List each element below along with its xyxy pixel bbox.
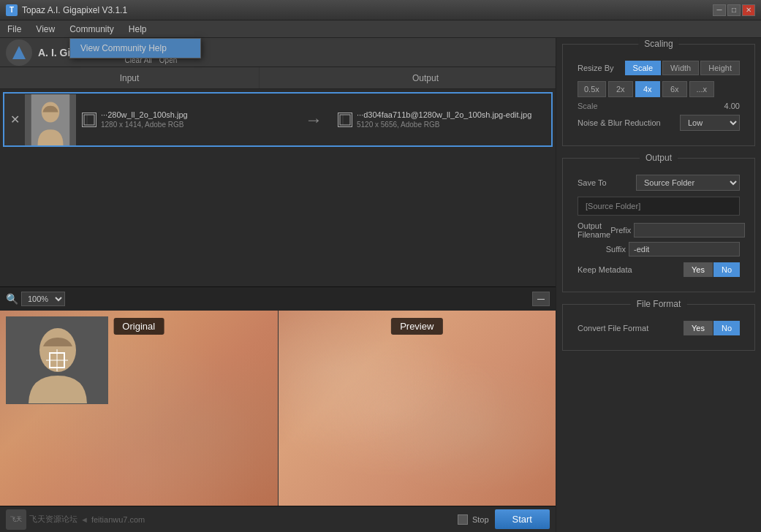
convert-format-label: Convert File Format — [578, 324, 684, 332]
minimize-button[interactable]: ─ — [713, 4, 726, 16]
preview-original-panel: Original — [0, 311, 279, 506]
stop-label: Stop — [472, 515, 489, 524]
app-logo — [6, 39, 32, 66]
maximize-button[interactable]: □ — [727, 4, 741, 16]
width-tab[interactable]: Width — [662, 61, 699, 75]
preview-processed-panel: Preview — [279, 311, 556, 506]
folder-display: [Source Folder] — [578, 197, 740, 216]
thumbnail-navigator[interactable] — [6, 316, 108, 404]
bottom-bar: 飞天 飞天资源论坛 ◄ feitianwu7.com Stop Start — [0, 506, 556, 532]
scale-6x-button[interactable]: 6x — [662, 81, 687, 97]
prefix-label: Prefix — [610, 226, 631, 235]
noise-label: Noise & Blur Reduction — [578, 118, 680, 127]
metadata-no-button[interactable]: No — [713, 262, 740, 277]
suffix-input[interactable] — [629, 242, 740, 256]
scale-tab[interactable]: Scale — [625, 61, 662, 75]
save-to-label: Save To — [578, 178, 636, 187]
noise-row: Noise & Blur Reduction Low Medium High V… — [578, 115, 740, 131]
prefix-row: Output Filename Prefix — [578, 221, 740, 239]
input-col-header: Input — [0, 67, 260, 88]
output-filename-label: Output Filename — [578, 221, 610, 239]
svg-rect-10 — [340, 115, 350, 125]
height-tab[interactable]: Height — [700, 61, 740, 75]
output-section: Output Save To Source Folder Custom Fold… — [562, 158, 755, 292]
left-panel: A. I. Gigapixel Clear All Open Input — [0, 38, 556, 532]
scale-0-5x-button[interactable]: 0.5x — [578, 81, 606, 97]
file-format-section: File Format Convert File Format Yes No — [562, 304, 755, 351]
file-name: ···280w_ll_2o_100sh.jpg — [101, 110, 289, 119]
save-to-select[interactable]: Source Folder Custom Folder — [636, 175, 740, 191]
watermark-url: feitianwu7.com — [91, 515, 145, 524]
window-title: Topaz A.I. Gigapixel V3.1.1 — [22, 5, 713, 15]
window-controls: ─ □ ✕ — [713, 4, 755, 16]
community-dropdown: View Community Help — [69, 38, 201, 58]
keep-metadata-row: Keep Metadata Yes No — [578, 262, 740, 277]
preview-toolbar: 🔍 100% 50% 200% Fit ─ — [0, 287, 556, 311]
format-no-button[interactable]: No — [713, 321, 740, 335]
format-toggle: Yes No — [684, 321, 740, 335]
zoom-select[interactable]: 100% 50% 200% Fit — [21, 292, 65, 306]
output-title: Output — [640, 153, 678, 163]
resize-by-row: Resize By Scale Width Height — [578, 61, 740, 75]
remove-file-button[interactable]: ✕ — [4, 94, 25, 145]
suffix-label: Suffix — [606, 245, 626, 254]
svg-rect-8 — [84, 115, 94, 125]
menu-view[interactable]: View — [29, 20, 62, 37]
watermark: 飞天 飞天资源论坛 ◄ feitianwu7.com — [6, 509, 145, 530]
file-details: ···280w_ll_2o_100sh.jpg 1280 x 1414, Ado… — [101, 110, 289, 129]
start-button[interactable]: Start — [495, 509, 550, 529]
arrow-icon: → — [295, 110, 332, 130]
scale-value-label: Scale — [578, 102, 636, 110]
scale-value: 4.00 — [724, 102, 740, 110]
output-ext-icon — [338, 113, 352, 127]
close-button[interactable]: ✕ — [742, 4, 755, 16]
scale-2x-button[interactable]: 2x — [608, 81, 633, 97]
scale-custom-button[interactable]: ...x — [689, 81, 714, 97]
app-body: A. I. Gigapixel Clear All Open Input — [0, 38, 761, 532]
resize-by-label: Resize By — [578, 64, 625, 72]
preview-area: 🔍 100% 50% 200% Fit ─ — [0, 286, 556, 506]
output-info: ···d304faa711b@1280w_ll_2o_100sh.jpg-edi… — [332, 107, 551, 132]
metadata-yes-button[interactable]: Yes — [684, 262, 713, 277]
zoom-control: 🔍 100% 50% 200% Fit — [6, 292, 65, 306]
file-thumbnail — [25, 94, 76, 145]
app-icon: T — [6, 4, 18, 16]
prefix-input[interactable] — [634, 223, 745, 238]
view-community-help-item[interactable]: View Community Help — [70, 39, 200, 58]
file-info: ···280w_ll_2o_100sh.jpg 1280 x 1414, Ado… — [76, 107, 295, 132]
file-format-title: File Format — [631, 299, 687, 309]
menu-community[interactable]: Community — [62, 20, 121, 37]
scale-value-row: Scale 4.00 — [578, 102, 740, 110]
noise-select[interactable]: Low Medium High Very High — [680, 115, 740, 131]
original-label: Original — [113, 318, 164, 335]
zoom-icon: 🔍 — [6, 293, 18, 305]
suffix-row: Suffix — [578, 242, 740, 256]
scale-4x-button[interactable]: 4x — [635, 81, 660, 97]
scaling-title: Scaling — [638, 39, 678, 49]
original-image — [0, 311, 278, 506]
menu-bar: File View Community Help — [0, 20, 761, 38]
title-bar: T Topaz A.I. Gigapixel V3.1.1 ─ □ ✕ — [0, 0, 761, 20]
watermark-logo: 飞天 — [6, 509, 26, 530]
file-ext-icon — [82, 113, 96, 127]
preview-minimize-button[interactable]: ─ — [532, 292, 550, 306]
resize-by-toggle: Scale Width Height — [625, 61, 740, 75]
save-to-row: Save To Source Folder Custom Folder — [578, 175, 740, 191]
stop-checkbox[interactable] — [458, 514, 468, 525]
output-details: ···d304faa711b@1280w_ll_2o_100sh.jpg-edi… — [357, 110, 545, 129]
stop-area: Stop — [458, 514, 489, 525]
preview-content: Original Preview — [0, 311, 556, 506]
metadata-toggle: Yes No — [684, 262, 740, 277]
watermark-text: 飞天资源论坛 — [29, 514, 77, 525]
format-yes-button[interactable]: Yes — [684, 321, 713, 335]
menu-file[interactable]: File — [0, 20, 29, 37]
output-dims: 5120 x 5656, Adobe RGB — [357, 121, 545, 129]
processed-image — [279, 311, 556, 506]
right-panel: Scaling Resize By Scale Width Height 0.5… — [556, 38, 761, 532]
preview-label: Preview — [391, 318, 442, 335]
menu-help[interactable]: Help — [121, 20, 154, 37]
output-name: ···d304faa711b@1280w_ll_2o_100sh.jpg-edi… — [357, 110, 545, 119]
convert-format-row: Convert File Format Yes No — [578, 321, 740, 335]
table-row: ✕ ···280w_ll_2o_100sh.jpg — [3, 92, 553, 147]
scaling-section: Scaling Resize By Scale Width Height 0.5… — [562, 44, 755, 146]
